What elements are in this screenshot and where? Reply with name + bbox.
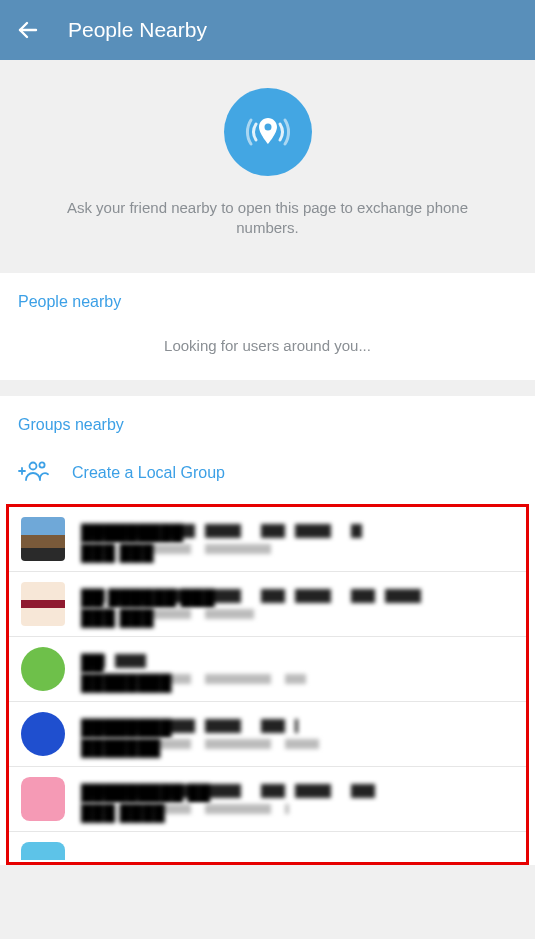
groups-nearby-section: Groups nearby Create a Local Group █████… <box>0 396 535 865</box>
location-broadcast-icon <box>236 100 300 164</box>
people-nearby-status: Looking for users around you... <box>0 323 535 380</box>
back-button[interactable] <box>16 18 40 42</box>
create-local-group-button[interactable]: Create a Local Group <box>0 446 535 504</box>
group-text-block: █████████ ███ ███ <box>81 524 514 554</box>
group-text-block: ██ ██████ ███ ███ ███ <box>81 589 514 619</box>
group-list-item[interactable]: ██ ██████ ███ ███ ███ <box>9 572 526 637</box>
app-header: People Nearby <box>0 0 535 60</box>
group-title: ██ ██████ ███ <box>81 589 436 603</box>
svg-point-3 <box>30 462 37 469</box>
group-text-block: ████████ ███████ <box>81 719 514 749</box>
group-avatar <box>21 777 65 821</box>
people-nearby-section: People nearby Looking for users around y… <box>0 273 535 380</box>
back-arrow-icon <box>16 18 40 42</box>
group-title: ████████ <box>81 719 298 733</box>
group-list-item[interactable]: █████████ ███ ███ <box>9 507 526 572</box>
group-list-item[interactable]: ██ ████████ <box>9 637 526 702</box>
groups-nearby-heading: Groups nearby <box>0 396 535 446</box>
group-title: █████████ <box>81 524 362 538</box>
group-subtitle: ████████ <box>81 674 306 684</box>
group-avatar <box>21 647 65 691</box>
section-divider <box>0 380 535 396</box>
group-subtitle: ███████ <box>81 739 319 749</box>
add-group-icon <box>16 460 50 486</box>
group-avatar <box>21 517 65 561</box>
svg-point-4 <box>39 462 44 467</box>
group-avatar <box>21 842 65 860</box>
group-subtitle: ███ ███ <box>81 544 276 554</box>
group-text-block: ██ ████████ <box>81 654 514 684</box>
group-list-item[interactable]: █████████ ██ ███ ████ <box>9 767 526 832</box>
create-local-group-label: Create a Local Group <box>72 464 225 482</box>
group-text-block: █████████ ██ ███ ████ <box>81 784 514 814</box>
page-title: People Nearby <box>68 18 207 42</box>
group-title: ██ <box>81 654 146 668</box>
people-nearby-heading: People nearby <box>0 273 535 323</box>
group-avatar <box>21 712 65 756</box>
group-avatar <box>21 582 65 626</box>
groups-list-highlight: █████████ ███ ███ ██ ██████ ███ ███ ███ … <box>6 504 529 865</box>
hero-description: Ask your friend nearby to open this page… <box>48 198 488 239</box>
group-list-item[interactable]: ████████ ███████ <box>9 702 526 767</box>
group-title: █████████ ██ <box>81 784 384 798</box>
group-subtitle: ███ ███ <box>81 609 254 619</box>
nearby-hero-icon <box>224 88 312 176</box>
group-subtitle: ███ ████ <box>81 804 289 814</box>
hero-section: Ask your friend nearby to open this page… <box>0 60 535 273</box>
group-list-item[interactable] <box>9 832 526 862</box>
